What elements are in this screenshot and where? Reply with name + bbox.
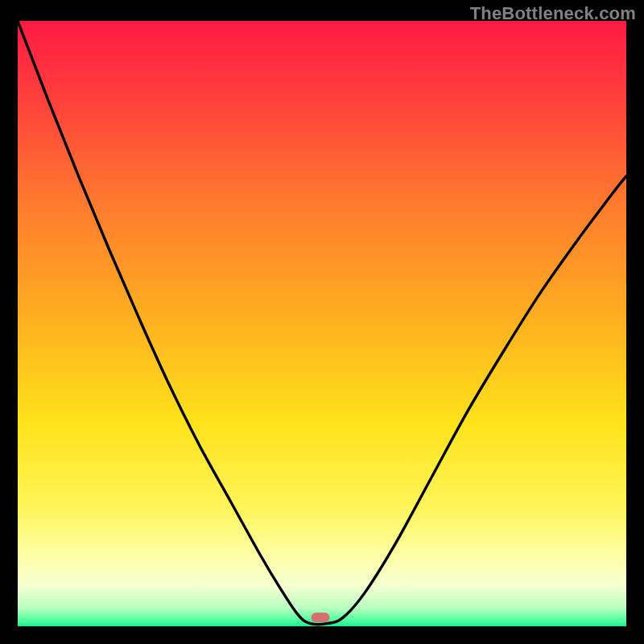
plot-area: [18, 21, 626, 626]
optimum-marker: [311, 613, 329, 622]
chart-frame: TheBottleneck.com: [0, 0, 644, 644]
bottleneck-curve: [18, 21, 626, 626]
watermark-text: TheBottleneck.com: [470, 3, 636, 24]
